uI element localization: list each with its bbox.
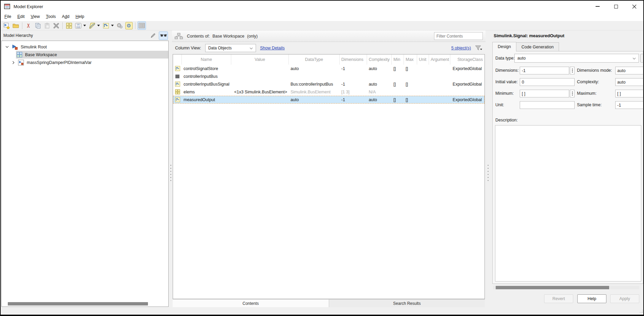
contents-target-label: Base Workspace	[212, 34, 244, 39]
open-folder-button[interactable]	[12, 21, 20, 30]
add-data-grid-button[interactable]	[65, 21, 73, 30]
data-type-expand-button[interactable]	[640, 54, 643, 63]
column-header-value[interactable]: Value	[231, 54, 289, 65]
filter-funnel-icon[interactable]	[475, 45, 482, 51]
column-header-icon[interactable]	[173, 54, 182, 65]
help-button-label: Help	[587, 296, 596, 301]
tree-item-label: Simulink Root	[21, 45, 47, 49]
help-button[interactable]: Help	[577, 294, 606, 303]
hierarchy-hscrollbar-thumb[interactable]	[8, 302, 148, 306]
cell-complexity: auto	[367, 97, 392, 102]
apply-button-label: Apply	[619, 296, 630, 301]
model-explorer-window: Model Explorer File Edit View Tools Add …	[0, 0, 644, 316]
description-textarea[interactable]	[495, 125, 641, 281]
minimize-button[interactable]	[588, 1, 607, 12]
tab-design[interactable]: Design	[492, 42, 516, 51]
menu-edit[interactable]: Edit	[14, 13, 28, 20]
filter-contents-input[interactable]	[434, 32, 483, 40]
table-row-selected[interactable]: measuredOutput auto -1 auto [] [] Export…	[173, 96, 485, 104]
copy-button[interactable]	[34, 21, 42, 30]
table-row[interactable]: controlSignalStore auto -1 auto [] [] Ex…	[173, 65, 485, 72]
cell-dimensions: -1	[340, 82, 367, 87]
tree-item-label: Base Workspace	[25, 52, 57, 57]
menu-view[interactable]: View	[28, 13, 43, 20]
initial-value-input[interactable]	[520, 78, 575, 86]
glasses-button[interactable]	[159, 31, 168, 40]
apply-button[interactable]: Apply	[610, 294, 639, 303]
maximum-input[interactable]	[615, 90, 643, 97]
column-header-argument[interactable]: Argument	[429, 54, 450, 65]
complexity-input[interactable]	[615, 78, 643, 86]
detail-hscrollbar-thumb[interactable]	[496, 286, 609, 289]
unit-input[interactable]	[520, 101, 575, 109]
table-row[interactable]: controllerInputBus	[173, 72, 485, 80]
dimensions-mode-input[interactable]	[615, 67, 643, 74]
menu-help[interactable]: Help	[72, 13, 87, 20]
signal-curves-dropdown-icon[interactable]	[97, 25, 100, 26]
tree-item-model[interactable]: massSpringDamperPIDInternalVar	[2, 59, 168, 66]
dimensions-stepper-button[interactable]	[570, 67, 575, 74]
tree-item-base-workspace[interactable]: Base Workspace	[2, 51, 168, 59]
tab-contents[interactable]: Contents	[173, 299, 329, 307]
cell-complexity: auto	[367, 66, 392, 71]
tab-search-results[interactable]: Search Results	[329, 299, 485, 307]
maximize-button[interactable]	[607, 1, 625, 12]
column-header-complexity[interactable]: Complexity	[367, 54, 392, 65]
column-header-max[interactable]: Max	[404, 54, 417, 65]
detail-hscrollbar-track[interactable]	[493, 286, 639, 289]
cut-button[interactable]: ✂	[24, 21, 33, 30]
chevron-down-icon[interactable]	[4, 46, 10, 48]
column-header-datatype[interactable]: DataType	[289, 54, 340, 65]
menu-file[interactable]: File	[1, 13, 14, 20]
table-row[interactable]: elems <1x3 Simulink.BusElement> Simulink…	[173, 88, 485, 96]
column-header-dimensions[interactable]: Dimensions	[340, 54, 367, 65]
tree-item-simulink-root[interactable]: Simulink Root	[2, 43, 168, 51]
signal-icon	[175, 97, 180, 102]
revert-button[interactable]: Revert	[544, 294, 573, 303]
binary-view-button[interactable]: 101 010	[74, 21, 82, 30]
splitter-handle-icon	[487, 164, 489, 181]
splitter-right[interactable]	[486, 30, 490, 315]
data-type-value: auto	[517, 56, 525, 61]
menu-add[interactable]: Add	[59, 13, 72, 20]
column-view-button[interactable]	[137, 21, 146, 30]
signal-curves-button[interactable]	[88, 21, 96, 30]
cell-storageclass: ExportedGlobal	[450, 97, 485, 102]
tab-code-generation[interactable]: Code Generation	[516, 42, 559, 51]
column-header-unit[interactable]: Unit	[417, 54, 429, 65]
chevron-right-icon[interactable]	[10, 61, 16, 64]
dimensions-input[interactable]	[520, 67, 569, 74]
minimum-stepper-button[interactable]	[570, 90, 575, 97]
sample-time-input[interactable]	[615, 101, 643, 109]
dots-vertical-icon	[572, 91, 573, 96]
menu-tools[interactable]: Tools	[43, 13, 59, 20]
signal-object-button[interactable]	[102, 21, 110, 30]
settings-gear-button[interactable]: ⚙	[125, 21, 133, 30]
new-model-button[interactable]	[2, 21, 11, 30]
table-row[interactable]: controllerInputBusSignal Bus:controllerI…	[173, 80, 485, 88]
tab-contents-label: Contents	[242, 301, 259, 306]
minimum-input[interactable]	[520, 90, 569, 97]
data-type-select[interactable]: auto	[514, 54, 639, 63]
description-label: Description:	[495, 118, 518, 122]
paste-button[interactable]	[43, 21, 51, 30]
cell-datatype: Bus:controllerInputBus	[289, 82, 340, 87]
column-header-name[interactable]: Name	[182, 54, 231, 65]
window-controls	[588, 1, 643, 12]
column-view-label: Column View:	[175, 46, 201, 50]
show-details-link[interactable]: Show Details	[260, 46, 285, 50]
splitter-left[interactable]	[169, 30, 172, 315]
column-header-storageclass[interactable]: StorageClass	[450, 54, 485, 65]
gears-button[interactable]: ⚙⚙	[115, 21, 124, 30]
object-count-link[interactable]: 5 object(s)	[451, 46, 471, 50]
close-button[interactable]	[625, 1, 643, 12]
column-view-select[interactable]: Data Objects	[205, 44, 256, 52]
contents-only-label: (only)	[247, 34, 258, 39]
cell-dimensions: [1 3]	[340, 90, 367, 94]
binary-view-dropdown-icon[interactable]	[83, 25, 86, 26]
signal-object-dropdown-icon[interactable]	[111, 25, 114, 26]
delete-button[interactable]	[52, 21, 60, 30]
column-header-min[interactable]: Min	[392, 54, 404, 65]
resize-grip-icon[interactable]	[640, 310, 643, 313]
pencil-button[interactable]	[148, 31, 157, 40]
